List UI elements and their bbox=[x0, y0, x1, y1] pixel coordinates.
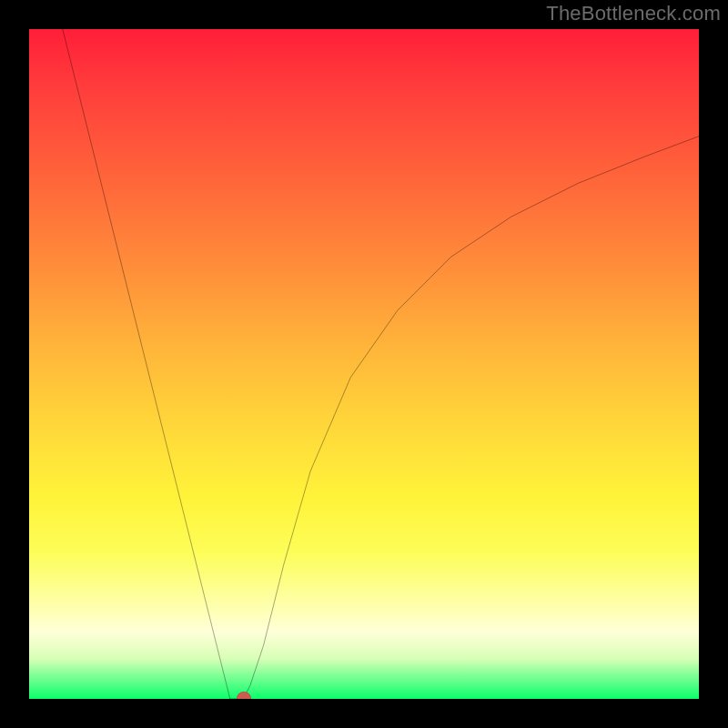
chart-frame: TheBottleneck.com bbox=[0, 0, 728, 728]
plot-area bbox=[29, 29, 699, 699]
watermark-text: TheBottleneck.com bbox=[546, 2, 721, 25]
bottleneck-curve bbox=[29, 29, 699, 699]
